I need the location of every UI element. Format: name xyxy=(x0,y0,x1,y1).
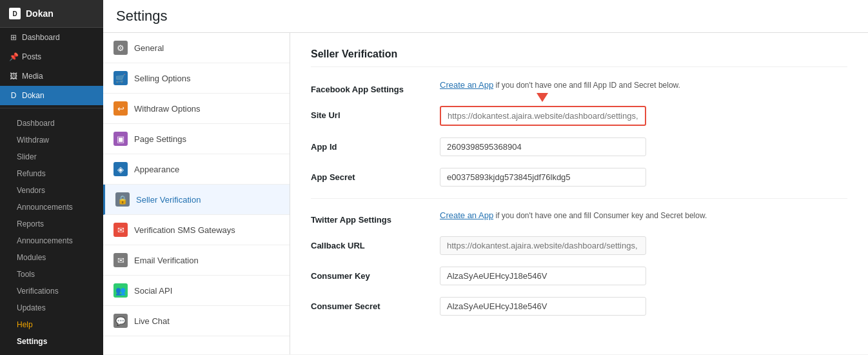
sidebar-sub-verifications[interactable]: Verifications xyxy=(0,283,103,299)
consumer-key-row: Consumer Key xyxy=(311,267,847,285)
sidebar-sub-help[interactable]: Help xyxy=(0,316,103,333)
email-icon: ✉ xyxy=(113,253,128,267)
cart-icon: 🛒 xyxy=(113,71,128,85)
twitter-link-suffix: if you don't have one and fill Consumer … xyxy=(493,211,707,220)
content-area: ⚙ General 🛒 Selling Options ↩ Withdraw O… xyxy=(103,33,868,354)
media-icon: 🖼 xyxy=(9,72,18,81)
sidebar-sub-slider[interactable]: Slider xyxy=(0,148,103,165)
sidebar-item-posts[interactable]: 📌 Posts xyxy=(0,47,103,66)
consumer-secret-row: Consumer Secret xyxy=(311,297,847,316)
facebook-settings-row: Facebook App Settings Create an App if y… xyxy=(311,80,847,94)
app-secret-label: App Secret xyxy=(311,168,427,182)
app-id-field xyxy=(440,137,847,156)
sidebar-submenu: Dashboard Withdraw Slider Refunds Vendor… xyxy=(0,111,103,354)
left-nav-page-settings[interactable]: ▣ Page Settings xyxy=(103,124,290,154)
sidebar-sub-dashboard[interactable]: Dashboard xyxy=(0,115,103,132)
left-nav-sms[interactable]: ✉ Verification SMS Gateways xyxy=(103,215,290,245)
sidebar: D Dokan ⊞ Dashboard 📌 Posts 🖼 Media D Do… xyxy=(0,0,103,355)
app-secret-input[interactable] xyxy=(440,168,646,187)
right-panel: Seller Verification Facebook App Setting… xyxy=(290,33,868,354)
sidebar-sub-tools[interactable]: Tools xyxy=(0,266,103,283)
left-nav-appearance[interactable]: ◈ Appearance xyxy=(103,154,290,185)
facebook-settings-field: Create an App if you don't have one and … xyxy=(440,80,847,90)
sidebar-sub-announcements2[interactable]: Announcements xyxy=(0,232,103,249)
posts-icon: 📌 xyxy=(9,52,18,61)
callback-url-input[interactable] xyxy=(440,236,646,255)
site-url-row: Site Url xyxy=(311,106,847,126)
sidebar-sub-updates[interactable]: Updates xyxy=(0,299,103,316)
callback-url-field xyxy=(440,236,847,255)
app-id-input[interactable] xyxy=(440,137,646,156)
left-nav-withdraw[interactable]: ↩ Withdraw Options xyxy=(103,94,290,124)
dokan-logo-icon: D xyxy=(9,8,21,19)
consumer-secret-label: Consumer Secret xyxy=(311,297,427,311)
seller-icon: 🔒 xyxy=(115,192,130,207)
section-separator xyxy=(311,198,847,199)
consumer-key-label: Consumer Key xyxy=(311,267,427,281)
app-secret-field xyxy=(440,168,847,187)
facebook-settings-label: Facebook App Settings xyxy=(311,80,427,94)
callback-url-row: Callback URL xyxy=(311,236,847,255)
left-nav-seller-verification[interactable]: 🔒 Seller Verification xyxy=(103,185,290,215)
left-nav-selling[interactable]: 🛒 Selling Options xyxy=(103,63,290,94)
consumer-key-input[interactable] xyxy=(440,267,646,285)
red-arrow-icon xyxy=(537,93,548,102)
facebook-link-suffix: if you don't have one and fill App ID an… xyxy=(493,81,680,90)
left-nav: ⚙ General 🛒 Selling Options ↩ Withdraw O… xyxy=(103,33,290,354)
sidebar-top-label: Dokan xyxy=(26,8,54,19)
chat-icon: 💬 xyxy=(113,314,128,328)
twitter-settings-row: Twitter App Settings Create an App if yo… xyxy=(311,210,847,225)
dashboard-icon: ⊞ xyxy=(9,33,18,42)
social-icon: 👥 xyxy=(113,283,128,298)
app-secret-row: App Secret xyxy=(311,168,847,187)
twitter-create-link[interactable]: Create an App xyxy=(440,210,493,220)
main-area: Settings ⚙ General 🛒 Selling Options ↩ W… xyxy=(103,0,868,355)
left-nav-live-chat[interactable]: 💬 Live Chat xyxy=(103,306,290,336)
app-id-row: App Id xyxy=(311,137,847,156)
sidebar-sub-reports[interactable]: Reports xyxy=(0,216,103,232)
twitter-settings-field: Create an App if you don't have one and … xyxy=(440,210,847,220)
sidebar-sub-modules[interactable]: Modules xyxy=(0,249,103,266)
consumer-secret-field xyxy=(440,297,847,316)
site-url-label: Site Url xyxy=(311,106,427,120)
dokan-icon: D xyxy=(9,91,18,100)
left-nav-email[interactable]: ✉ Email Verification xyxy=(103,245,290,276)
left-nav-general[interactable]: ⚙ General xyxy=(103,33,290,63)
gear-icon: ⚙ xyxy=(113,41,128,55)
site-url-field xyxy=(440,106,847,126)
withdraw-icon: ↩ xyxy=(113,101,128,116)
page-header: Settings xyxy=(103,0,868,33)
facebook-create-link[interactable]: Create an App xyxy=(440,80,493,90)
appearance-icon: ◈ xyxy=(113,162,128,176)
consumer-secret-input[interactable] xyxy=(440,297,646,316)
sidebar-dokan-top[interactable]: D Dokan xyxy=(0,0,103,28)
sidebar-sub-settings[interactable]: Settings xyxy=(0,333,103,350)
sidebar-sub-withdraw[interactable]: Withdraw xyxy=(0,132,103,148)
sidebar-item-dashboard[interactable]: ⊞ Dashboard xyxy=(0,28,103,47)
app-id-label: App Id xyxy=(311,137,427,152)
sidebar-item-dokan[interactable]: D Dokan xyxy=(0,86,103,105)
twitter-settings-label: Twitter App Settings xyxy=(311,210,427,225)
callback-url-label: Callback URL xyxy=(311,236,427,250)
consumer-key-field xyxy=(440,267,847,285)
page-title: Settings xyxy=(116,8,855,25)
sidebar-sub-announcements[interactable]: Announcements xyxy=(0,199,103,216)
sidebar-item-media[interactable]: 🖼 Media xyxy=(0,66,103,86)
sidebar-sub-refunds[interactable]: Refunds xyxy=(0,165,103,182)
sms-icon: ✉ xyxy=(113,223,128,237)
site-url-input[interactable] xyxy=(440,106,646,126)
section-title: Seller Verification xyxy=(311,48,847,67)
sidebar-sub-vendors[interactable]: Vendors xyxy=(0,182,103,199)
sidebar-divider xyxy=(0,108,103,108)
left-nav-social[interactable]: 👥 Social API xyxy=(103,276,290,306)
page-icon: ▣ xyxy=(113,132,128,146)
